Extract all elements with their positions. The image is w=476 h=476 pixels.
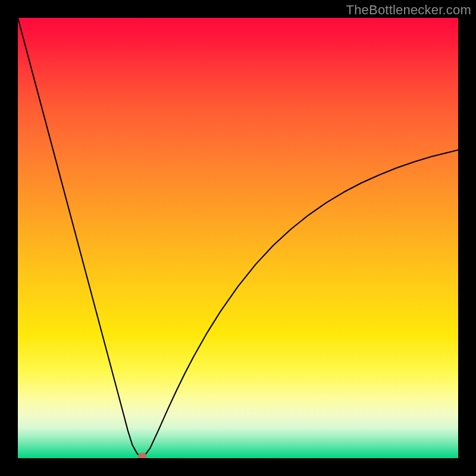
plot-area	[18, 18, 458, 458]
bottleneck-curve	[18, 18, 458, 456]
chart-frame: TheBottlenecker.com	[0, 0, 476, 476]
optimum-marker	[138, 453, 146, 458]
watermark-text: TheBottlenecker.com	[346, 2, 471, 18]
curve-svg	[18, 18, 458, 458]
